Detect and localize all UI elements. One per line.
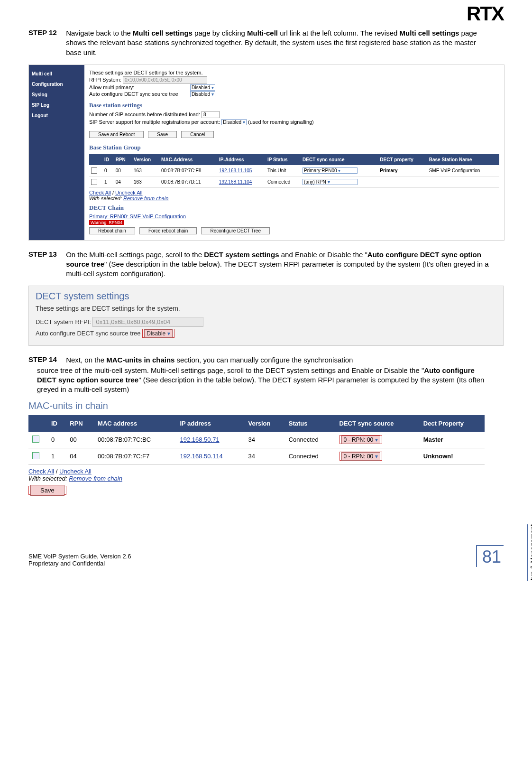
cancel-button[interactable]: Cancel — [181, 131, 214, 138]
save-button[interactable]: Save — [30, 485, 64, 496]
force-reboot-button[interactable]: Force reboot chain — [139, 227, 197, 234]
reconfigure-button[interactable]: Reconfigure DECT Tree — [201, 227, 270, 234]
sidebar: Multi cell Configuration Syslog SIP Log … — [29, 65, 84, 240]
dect-settings-title: DECT system settings — [36, 291, 496, 302]
uncheck-all-link[interactable]: Uncheck All — [115, 190, 142, 195]
remove-from-chain-link[interactable]: Remove from chain — [123, 195, 168, 201]
chain-button-row: Reboot chain Force reboot chain Reconfig… — [89, 228, 499, 233]
with-selected: With selected: Remove from chain — [28, 475, 485, 482]
auto-config-row: Auto configure DECT sync source tree Dis… — [89, 91, 499, 97]
rfpi-field: 0x11,0x6E,0x60,0x49,0x04 — [92, 317, 203, 327]
step-14-body-line1: Next, on the MAC-units in chains section… — [66, 355, 493, 365]
table-row: 1 04 00:08:7B:07:7C:F7 192.168.50.114 34… — [28, 448, 485, 464]
step-14-body-rest: source tree of the multi-cell system. Mu… — [37, 366, 492, 395]
ip-link[interactable]: 192.168.11.105 — [219, 168, 252, 173]
page-number: 81 — [476, 545, 504, 567]
check-all-link[interactable]: Check All — [89, 190, 111, 195]
footer-confidential: Proprietary and Confidential — [28, 560, 504, 567]
ip-link[interactable]: 192.168.50.114 — [180, 453, 222, 460]
screenshot-multicell-settings: Multi cell Configuration Syslog SIP Log … — [28, 65, 504, 241]
allow-multi-row: Allow multi primary: Disabled — [89, 84, 499, 90]
auto-config-select[interactable]: Disable — [144, 329, 172, 338]
save-reboot-button[interactable]: Save and Reboot — [89, 131, 144, 138]
chapter-label: Chapter: Multi-cell Setup & Management — [527, 524, 532, 581]
bss-header: Base station settings — [89, 102, 499, 109]
row-checkbox[interactable] — [32, 436, 39, 443]
table-row: 0 00 00:08:7B:07:7C:BC 192.168.50.71 34 … — [28, 432, 485, 448]
check-all-link[interactable]: Check All — [28, 468, 54, 475]
rfpi-row: RFPI System: 0x10,0x00,0x01,0x5E,0x00 — [89, 76, 499, 83]
row-checkbox[interactable] — [91, 179, 97, 185]
dect-desc: These settings are DECT settings for the… — [89, 70, 499, 75]
step-12-body: Navigate back to the Multi cell settings… — [66, 28, 493, 57]
sync-select[interactable]: Primary:RPN00 — [303, 167, 358, 174]
step-12: STEP 12 Navigate back to the Multi cell … — [28, 28, 504, 57]
sync-select[interactable]: 0 - RPN: 00 — [341, 452, 380, 461]
mac-units-title: MAC-units in chain — [28, 400, 485, 411]
sip-accounts-input[interactable]: 8 — [202, 111, 220, 118]
step-12-label: STEP 12 — [28, 28, 64, 37]
dect-chain-header: DECT Chain — [89, 204, 499, 212]
sip-multi-select[interactable]: Disabled — [221, 119, 247, 125]
sip-multi-row: SIP Server support for multiple registra… — [89, 119, 499, 125]
mac-header-row: ID RPN MAC address IP address Version St… — [28, 415, 485, 432]
footer-guide: SME VoIP System Guide, Version 2.6 — [28, 553, 504, 560]
sync-select[interactable]: 0 - RPN: 00 — [341, 436, 380, 444]
step-14: STEP 14 Next, on the MAC-units in chains… — [28, 355, 504, 395]
auto-config-select[interactable]: Disabled — [190, 91, 215, 97]
with-selected: With selected: Remove from chain — [89, 195, 499, 201]
sidebar-item-multicell[interactable]: Multi cell — [32, 69, 82, 79]
bsg-header-row: ID RPN Version MAC-Address IP-Address IP… — [89, 154, 499, 165]
rfpi-row: DECT system RFPI: 0x11,0x6E,0x60,0x49,0x… — [36, 317, 496, 327]
reboot-chain-button[interactable]: Reboot chain — [89, 227, 135, 234]
step-13-label: STEP 13 — [28, 250, 64, 258]
auto-config-row: Auto configure DECT sync source tree Dis… — [36, 330, 496, 337]
dect-settings-desc: These settings are DECT settings for the… — [36, 305, 496, 312]
mac-table: ID RPN MAC address IP address Version St… — [28, 415, 485, 465]
ip-link[interactable]: 192.168.11.104 — [219, 179, 252, 185]
allow-multi-select[interactable]: Disabled — [190, 84, 215, 91]
rtx-logo: RTX — [467, 2, 504, 25]
check-links: Check All / Uncheck All — [89, 190, 499, 195]
check-links: Check All / Uncheck All — [28, 468, 485, 475]
table-row: 0 00 163 00:08:7B:07:7C:E8 192.168.11.10… — [89, 165, 499, 176]
sidebar-item-syslog[interactable]: Syslog — [32, 90, 82, 100]
auto-config-highlight: Disable — [142, 329, 174, 338]
sidebar-item-logout[interactable]: Logout — [32, 111, 82, 121]
remove-from-chain-link[interactable]: Remove from chain — [69, 475, 122, 482]
step-13-body: On the Multi-cell settings page, scroll … — [66, 250, 493, 279]
sip-accounts-row: Number of SIP accounts before distribute… — [89, 111, 499, 118]
row-checkbox[interactable] — [91, 167, 97, 174]
table-row: 1 04 163 00:08:7B:07:7D:11 192.168.11.10… — [89, 176, 499, 187]
step-13: STEP 13 On the Multi-cell settings page,… — [28, 250, 504, 279]
sidebar-item-siplog[interactable]: SIP Log — [32, 100, 82, 111]
sidebar-item-configuration[interactable]: Configuration — [32, 79, 82, 90]
save-button[interactable]: Save — [148, 131, 177, 138]
screenshot-dect-system-settings: DECT system settings These settings are … — [28, 286, 504, 346]
page-footer: SME VoIP System Guide, Version 2.6 Propr… — [28, 553, 504, 567]
step-14-label: STEP 14 — [28, 355, 64, 363]
uncheck-all-link[interactable]: Uncheck All — [59, 468, 92, 475]
ip-link[interactable]: 192.168.50.71 — [180, 436, 219, 443]
main-panel: These settings are DECT settings for the… — [84, 65, 504, 240]
rfpi-input: 0x10,0x00,0x01,0x5E,0x00 — [123, 76, 207, 83]
sync-select[interactable]: (any) RPN — [303, 179, 358, 185]
bsg-header: Base Station Group — [89, 144, 499, 151]
row-checkbox[interactable] — [32, 452, 39, 459]
logo-text: RTX — [467, 2, 504, 25]
bsg-table: ID RPN Version MAC-Address IP-Address IP… — [89, 154, 499, 188]
primary-line[interactable]: Primary: RPN00: SME VoIP Configuration — [89, 213, 499, 219]
button-row: Save and Reboot Save Cancel — [89, 131, 499, 137]
warning-badge: Warning: RPN04 — [89, 220, 124, 225]
screenshot-mac-units: MAC-units in chain ID RPN MAC address IP… — [28, 400, 485, 496]
